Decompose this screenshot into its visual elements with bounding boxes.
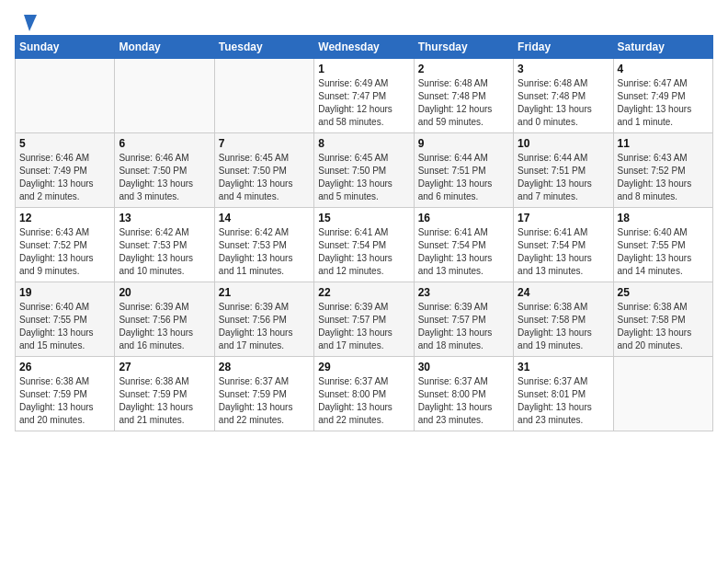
calendar-cell: 11Sunrise: 6:43 AM Sunset: 7:52 PM Dayli… bbox=[613, 133, 712, 208]
calendar-cell bbox=[16, 59, 115, 133]
day-info: Sunrise: 6:37 AM Sunset: 8:01 PM Dayligh… bbox=[518, 375, 609, 427]
day-number: 9 bbox=[418, 137, 509, 150]
day-info: Sunrise: 6:38 AM Sunset: 7:59 PM Dayligh… bbox=[119, 375, 210, 427]
calendar-cell: 7Sunrise: 6:45 AM Sunset: 7:50 PM Daylig… bbox=[214, 133, 313, 208]
day-number: 21 bbox=[219, 286, 310, 299]
day-info: Sunrise: 6:39 AM Sunset: 7:57 PM Dayligh… bbox=[418, 301, 509, 352]
day-number: 4 bbox=[618, 63, 709, 75]
day-number: 6 bbox=[119, 137, 210, 150]
calendar-cell: 2Sunrise: 6:48 AM Sunset: 7:48 PM Daylig… bbox=[414, 59, 513, 133]
calendar-cell: 24Sunrise: 6:38 AM Sunset: 7:58 PM Dayli… bbox=[514, 282, 613, 357]
day-number: 30 bbox=[418, 361, 509, 373]
day-number: 24 bbox=[518, 286, 609, 299]
calendar-cell: 9Sunrise: 6:44 AM Sunset: 7:51 PM Daylig… bbox=[414, 133, 513, 208]
day-info: Sunrise: 6:43 AM Sunset: 7:52 PM Dayligh… bbox=[19, 226, 110, 278]
day-info: Sunrise: 6:46 AM Sunset: 7:50 PM Dayligh… bbox=[119, 152, 210, 203]
day-header-sunday: Sunday bbox=[16, 36, 115, 59]
day-info: Sunrise: 6:45 AM Sunset: 7:50 PM Dayligh… bbox=[318, 152, 409, 203]
days-header-row: SundayMondayTuesdayWednesdayThursdayFrid… bbox=[16, 36, 713, 59]
day-number: 16 bbox=[418, 212, 509, 224]
week-row-4: 19Sunrise: 6:40 AM Sunset: 7:55 PM Dayli… bbox=[16, 282, 713, 357]
day-info: Sunrise: 6:48 AM Sunset: 7:48 PM Dayligh… bbox=[418, 77, 509, 129]
day-header-saturday: Saturday bbox=[613, 36, 712, 59]
svg-marker-0 bbox=[24, 15, 37, 31]
day-info: Sunrise: 6:38 AM Sunset: 7:58 PM Dayligh… bbox=[518, 301, 609, 352]
week-row-1: 1Sunrise: 6:49 AM Sunset: 7:47 PM Daylig… bbox=[16, 59, 713, 133]
day-info: Sunrise: 6:39 AM Sunset: 7:56 PM Dayligh… bbox=[119, 301, 210, 352]
day-info: Sunrise: 6:41 AM Sunset: 7:54 PM Dayligh… bbox=[518, 226, 609, 278]
day-info: Sunrise: 6:41 AM Sunset: 7:54 PM Dayligh… bbox=[318, 226, 409, 278]
day-header-thursday: Thursday bbox=[414, 36, 513, 59]
header bbox=[15, 15, 713, 26]
day-info: Sunrise: 6:46 AM Sunset: 7:49 PM Dayligh… bbox=[19, 152, 110, 203]
day-info: Sunrise: 6:38 AM Sunset: 7:58 PM Dayligh… bbox=[618, 301, 709, 352]
day-number: 18 bbox=[618, 212, 709, 224]
calendar-cell: 3Sunrise: 6:48 AM Sunset: 7:48 PM Daylig… bbox=[514, 59, 613, 133]
calendar-cell: 15Sunrise: 6:41 AM Sunset: 7:54 PM Dayli… bbox=[314, 208, 414, 282]
calendar-cell: 1Sunrise: 6:49 AM Sunset: 7:47 PM Daylig… bbox=[314, 59, 414, 133]
day-info: Sunrise: 6:48 AM Sunset: 7:48 PM Dayligh… bbox=[518, 77, 609, 129]
calendar-cell: 25Sunrise: 6:38 AM Sunset: 7:58 PM Dayli… bbox=[613, 282, 712, 357]
calendar-cell bbox=[115, 59, 214, 133]
day-number: 25 bbox=[618, 286, 709, 299]
logo-icon bbox=[17, 15, 37, 31]
week-row-3: 12Sunrise: 6:43 AM Sunset: 7:52 PM Dayli… bbox=[16, 208, 713, 282]
week-row-5: 26Sunrise: 6:38 AM Sunset: 7:59 PM Dayli… bbox=[16, 357, 713, 431]
day-header-wednesday: Wednesday bbox=[314, 36, 414, 59]
day-number: 3 bbox=[518, 63, 609, 75]
day-info: Sunrise: 6:37 AM Sunset: 8:00 PM Dayligh… bbox=[318, 375, 409, 427]
calendar-cell: 30Sunrise: 6:37 AM Sunset: 8:00 PM Dayli… bbox=[414, 357, 513, 431]
day-info: Sunrise: 6:40 AM Sunset: 7:55 PM Dayligh… bbox=[618, 226, 709, 278]
day-number: 26 bbox=[19, 361, 110, 373]
calendar-cell: 14Sunrise: 6:42 AM Sunset: 7:53 PM Dayli… bbox=[214, 208, 313, 282]
day-number: 2 bbox=[418, 63, 509, 75]
day-info: Sunrise: 6:42 AM Sunset: 7:53 PM Dayligh… bbox=[119, 226, 210, 278]
calendar-cell: 26Sunrise: 6:38 AM Sunset: 7:59 PM Dayli… bbox=[16, 357, 115, 431]
day-info: Sunrise: 6:40 AM Sunset: 7:55 PM Dayligh… bbox=[19, 301, 110, 352]
calendar-cell bbox=[214, 59, 313, 133]
calendar-cell: 5Sunrise: 6:46 AM Sunset: 7:49 PM Daylig… bbox=[16, 133, 115, 208]
day-number: 29 bbox=[318, 361, 409, 373]
logo bbox=[15, 15, 37, 26]
day-number: 14 bbox=[219, 212, 310, 224]
day-info: Sunrise: 6:37 AM Sunset: 7:59 PM Dayligh… bbox=[219, 375, 310, 427]
calendar-cell: 13Sunrise: 6:42 AM Sunset: 7:53 PM Dayli… bbox=[115, 208, 214, 282]
calendar-cell: 20Sunrise: 6:39 AM Sunset: 7:56 PM Dayli… bbox=[115, 282, 214, 357]
day-number: 22 bbox=[318, 286, 409, 299]
day-info: Sunrise: 6:37 AM Sunset: 8:00 PM Dayligh… bbox=[418, 375, 509, 427]
day-number: 27 bbox=[119, 361, 210, 373]
day-info: Sunrise: 6:38 AM Sunset: 7:59 PM Dayligh… bbox=[19, 375, 110, 427]
day-number: 13 bbox=[119, 212, 210, 224]
calendar-cell: 23Sunrise: 6:39 AM Sunset: 7:57 PM Dayli… bbox=[414, 282, 513, 357]
calendar-cell: 12Sunrise: 6:43 AM Sunset: 7:52 PM Dayli… bbox=[16, 208, 115, 282]
day-number: 15 bbox=[318, 212, 409, 224]
calendar-cell: 6Sunrise: 6:46 AM Sunset: 7:50 PM Daylig… bbox=[115, 133, 214, 208]
day-number: 31 bbox=[518, 361, 609, 373]
calendar-table: SundayMondayTuesdayWednesdayThursdayFrid… bbox=[15, 35, 713, 431]
day-info: Sunrise: 6:47 AM Sunset: 7:49 PM Dayligh… bbox=[618, 77, 709, 129]
calendar-cell: 17Sunrise: 6:41 AM Sunset: 7:54 PM Dayli… bbox=[514, 208, 613, 282]
calendar-cell bbox=[613, 357, 712, 431]
day-number: 7 bbox=[219, 137, 310, 150]
day-number: 28 bbox=[219, 361, 310, 373]
day-number: 1 bbox=[318, 63, 409, 75]
day-number: 20 bbox=[119, 286, 210, 299]
calendar-cell: 27Sunrise: 6:38 AM Sunset: 7:59 PM Dayli… bbox=[115, 357, 214, 431]
day-info: Sunrise: 6:49 AM Sunset: 7:47 PM Dayligh… bbox=[318, 77, 409, 129]
day-header-tuesday: Tuesday bbox=[214, 36, 313, 59]
day-number: 5 bbox=[19, 137, 110, 150]
day-number: 10 bbox=[518, 137, 609, 150]
calendar-cell: 16Sunrise: 6:41 AM Sunset: 7:54 PM Dayli… bbox=[414, 208, 513, 282]
calendar-cell: 28Sunrise: 6:37 AM Sunset: 7:59 PM Dayli… bbox=[214, 357, 313, 431]
day-number: 12 bbox=[19, 212, 110, 224]
day-number: 17 bbox=[518, 212, 609, 224]
calendar-cell: 10Sunrise: 6:44 AM Sunset: 7:51 PM Dayli… bbox=[514, 133, 613, 208]
calendar-cell: 22Sunrise: 6:39 AM Sunset: 7:57 PM Dayli… bbox=[314, 282, 414, 357]
calendar-cell: 19Sunrise: 6:40 AM Sunset: 7:55 PM Dayli… bbox=[16, 282, 115, 357]
day-number: 8 bbox=[318, 137, 409, 150]
day-info: Sunrise: 6:39 AM Sunset: 7:56 PM Dayligh… bbox=[219, 301, 310, 352]
day-number: 23 bbox=[418, 286, 509, 299]
day-info: Sunrise: 6:45 AM Sunset: 7:50 PM Dayligh… bbox=[219, 152, 310, 203]
week-row-2: 5Sunrise: 6:46 AM Sunset: 7:49 PM Daylig… bbox=[16, 133, 713, 208]
calendar-cell: 4Sunrise: 6:47 AM Sunset: 7:49 PM Daylig… bbox=[613, 59, 712, 133]
